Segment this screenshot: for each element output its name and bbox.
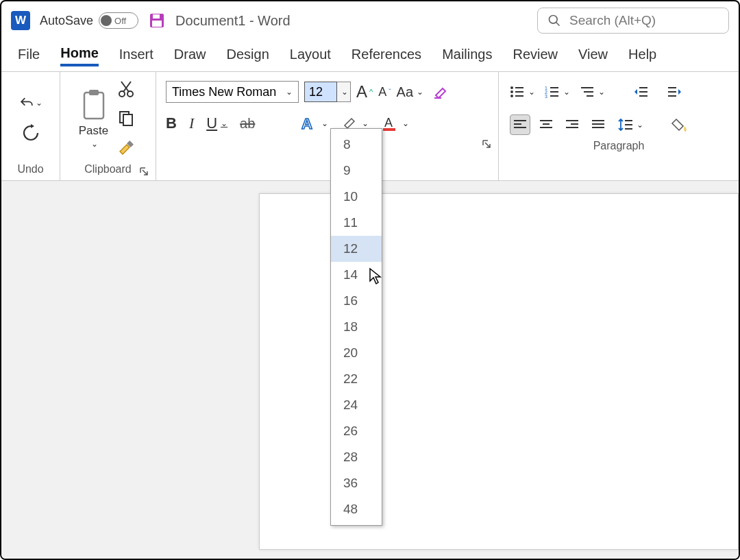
- font-size-value: 12: [309, 85, 323, 99]
- search-icon: [547, 14, 561, 27]
- font-size-combo[interactable]: 12: [304, 82, 337, 102]
- font-size-option[interactable]: 20: [331, 340, 382, 366]
- search-placeholder: Search (Alt+Q): [569, 13, 656, 28]
- tab-view[interactable]: View: [578, 47, 608, 65]
- paragraph-group-label: Paragraph: [593, 140, 645, 152]
- font-size-option[interactable]: 26: [331, 418, 382, 444]
- line-spacing-button[interactable]: ⌄: [618, 118, 643, 132]
- svg-line-4: [556, 23, 560, 26]
- align-right-button[interactable]: [562, 114, 582, 135]
- tab-review[interactable]: Review: [513, 47, 558, 65]
- dialog-launcher-icon[interactable]: [139, 167, 149, 176]
- bold-button[interactable]: B: [166, 114, 177, 132]
- redo-button[interactable]: [19, 121, 42, 145]
- tab-home[interactable]: Home: [60, 45, 99, 66]
- undo-button[interactable]: ⌄: [19, 91, 42, 114]
- mouse-cursor-icon: [369, 267, 382, 285]
- shading-button[interactable]: [668, 113, 691, 136]
- search-box[interactable]: Search (Alt+Q): [537, 8, 729, 34]
- ribbon-tabs: File Home Insert Draw Design Layout Refe…: [1, 40, 739, 71]
- clear-formatting-button[interactable]: [429, 80, 452, 104]
- svg-rect-6: [89, 90, 99, 95]
- dialog-launcher-icon[interactable]: [482, 139, 491, 149]
- shrink-font-button[interactable]: Aˇ: [378, 85, 391, 99]
- autosave-label: AutoSave: [40, 14, 93, 28]
- chevron-down-icon: ⌄: [36, 98, 42, 108]
- bullets-button[interactable]: ⌄: [510, 86, 535, 98]
- font-size-option[interactable]: 8: [331, 132, 382, 158]
- tab-mailings[interactable]: Mailings: [442, 47, 492, 65]
- svg-point-18: [510, 86, 513, 89]
- text-effects-button[interactable]: A⌄: [300, 114, 328, 132]
- font-size-option[interactable]: 28: [331, 444, 382, 470]
- svg-point-22: [510, 95, 513, 97]
- justify-button[interactable]: [588, 114, 608, 135]
- toggle-knob: [101, 15, 112, 26]
- decrease-indent-button[interactable]: [630, 80, 653, 104]
- svg-text:A: A: [301, 115, 312, 132]
- font-size-option[interactable]: 24: [331, 392, 382, 418]
- format-painter-button[interactable]: [114, 135, 138, 158]
- copy-button[interactable]: [114, 106, 138, 130]
- font-size-option[interactable]: 10: [331, 184, 382, 210]
- svg-point-20: [510, 90, 513, 93]
- font-size-option[interactable]: 18: [331, 314, 382, 340]
- tab-insert[interactable]: Insert: [119, 47, 153, 65]
- font-size-option[interactable]: 22: [331, 366, 382, 392]
- font-size-option[interactable]: 16: [331, 288, 382, 314]
- svg-rect-2: [152, 21, 162, 27]
- underline-button[interactable]: U⌄: [206, 114, 227, 132]
- tab-references[interactable]: References: [352, 47, 421, 65]
- svg-rect-1: [153, 14, 160, 19]
- clipboard-group-label: Clipboard: [84, 163, 131, 175]
- font-name-value: Times New Roman: [172, 85, 276, 99]
- tab-file[interactable]: File: [18, 47, 40, 65]
- tab-draw[interactable]: Draw: [174, 47, 206, 65]
- numbering-button[interactable]: 123⌄: [545, 86, 570, 98]
- autosave-control[interactable]: AutoSave Off: [40, 12, 138, 29]
- paste-label: Paste: [79, 124, 108, 138]
- cut-button[interactable]: [114, 77, 138, 101]
- tab-layout[interactable]: Layout: [290, 47, 331, 65]
- change-case-button[interactable]: Aa⌄: [397, 84, 423, 100]
- font-name-combo[interactable]: Times New Roman ⌄: [166, 81, 299, 103]
- svg-rect-17: [383, 128, 395, 131]
- save-icon[interactable]: [148, 12, 166, 29]
- paste-button[interactable]: Paste ⌄: [79, 87, 109, 149]
- tab-help[interactable]: Help: [628, 47, 656, 65]
- increase-indent-button[interactable]: [663, 80, 686, 104]
- chevron-down-icon: ⌄: [286, 87, 293, 97]
- align-left-button[interactable]: [510, 114, 530, 135]
- font-size-option[interactable]: 11: [331, 210, 382, 236]
- font-size-option[interactable]: 36: [331, 470, 382, 496]
- svg-point-3: [550, 16, 558, 24]
- clipboard-icon: [79, 87, 109, 123]
- font-size-dropdown-button[interactable]: ⌄: [337, 82, 351, 102]
- font-size-option-selected[interactable]: 12: [331, 236, 382, 262]
- svg-text:A: A: [384, 116, 393, 130]
- strikethrough-button[interactable]: ab: [240, 116, 255, 132]
- autosave-toggle[interactable]: Off: [99, 12, 138, 29]
- tab-design[interactable]: Design: [227, 47, 269, 65]
- word-app-icon: W: [11, 11, 30, 30]
- align-center-button[interactable]: [536, 114, 556, 135]
- multilevel-list-button[interactable]: ⌄: [580, 86, 605, 98]
- svg-text:3: 3: [545, 94, 547, 98]
- font-color-button[interactable]: A⌄: [381, 114, 409, 132]
- italic-button[interactable]: I: [189, 114, 194, 132]
- undo-group-label: Undo: [8, 160, 53, 179]
- font-size-option[interactable]: 48: [331, 496, 382, 522]
- svg-rect-12: [123, 114, 132, 125]
- document-title: Document1 - Word: [175, 13, 290, 29]
- title-bar: W AutoSave Off Document1 - Word Search (…: [1, 1, 739, 40]
- font-size-option[interactable]: 9: [331, 158, 382, 184]
- chevron-down-icon[interactable]: ⌄: [91, 139, 98, 149]
- svg-rect-5: [84, 93, 103, 119]
- font-size-dropdown[interactable]: 8 9 10 11 12 14 16 18 20 22 24 26 28 36 …: [330, 128, 382, 526]
- grow-font-button[interactable]: A^: [356, 82, 373, 101]
- autosave-state: Off: [114, 16, 126, 26]
